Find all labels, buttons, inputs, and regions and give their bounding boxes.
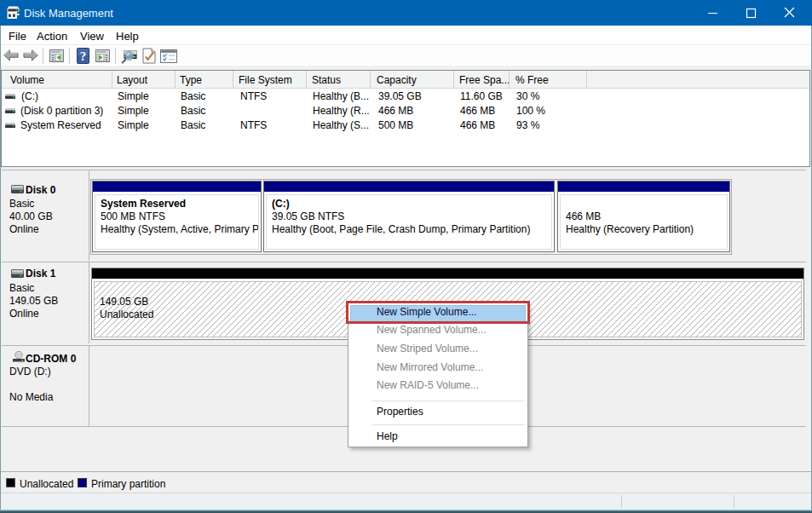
svg-text:?: ? (80, 49, 87, 63)
